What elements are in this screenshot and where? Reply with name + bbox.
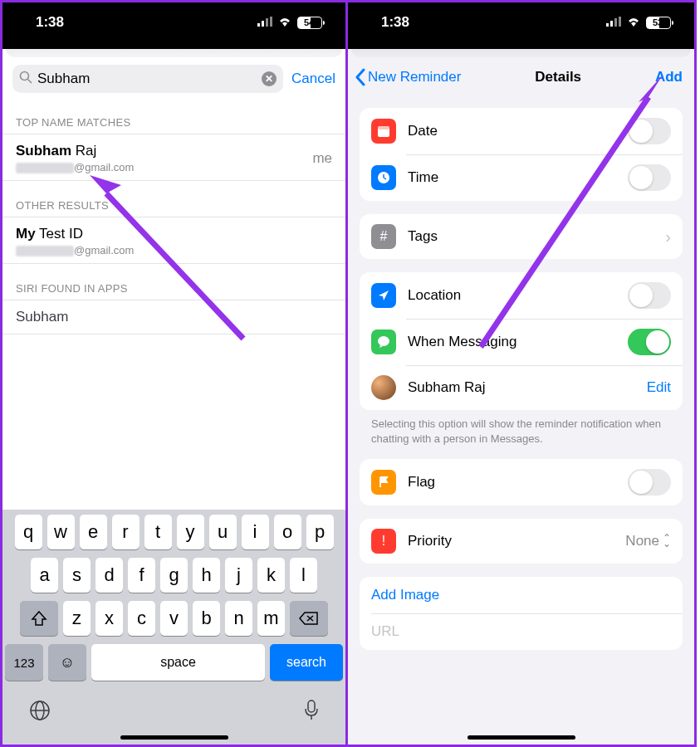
svg-rect-0 bbox=[257, 23, 260, 27]
cellular-icon bbox=[606, 16, 621, 29]
key-p[interactable]: p bbox=[306, 515, 334, 549]
key-i[interactable]: i bbox=[242, 515, 269, 549]
cell-messaging[interactable]: When Messaging bbox=[360, 319, 683, 365]
hash-icon: # bbox=[371, 224, 396, 249]
calendar-icon bbox=[371, 119, 396, 144]
key-g[interactable]: g bbox=[160, 558, 188, 593]
key-o[interactable]: o bbox=[274, 515, 301, 549]
siri-result-row[interactable]: Subham bbox=[2, 300, 345, 334]
cell-date[interactable]: Date bbox=[360, 108, 683, 154]
key-j[interactable]: j bbox=[225, 558, 252, 593]
search-box[interactable]: ✕ bbox=[12, 65, 283, 93]
key-l[interactable]: l bbox=[290, 558, 317, 593]
svg-rect-15 bbox=[606, 23, 609, 27]
search-key[interactable]: search bbox=[270, 644, 343, 681]
mic-icon[interactable] bbox=[303, 699, 320, 727]
key-q[interactable]: q bbox=[15, 515, 42, 549]
date-toggle[interactable] bbox=[628, 118, 671, 144]
cell-time[interactable]: Time bbox=[360, 154, 683, 201]
cell-tags[interactable]: # Tags › bbox=[360, 214, 683, 259]
location-icon bbox=[371, 283, 396, 308]
location-toggle[interactable] bbox=[628, 282, 671, 309]
section-other-results: OTHER RESULTS bbox=[2, 181, 345, 217]
key-s[interactable]: s bbox=[63, 558, 91, 593]
cell-flag[interactable]: Flag bbox=[360, 459, 683, 505]
back-button[interactable]: New Reminder bbox=[355, 68, 461, 86]
contact-name: Subham Raj bbox=[16, 143, 134, 159]
key-r[interactable]: r bbox=[112, 515, 140, 549]
cell-url[interactable]: URL bbox=[360, 613, 683, 650]
group-priority: ! Priority None ⌃⌄ bbox=[360, 519, 683, 564]
numeric-key[interactable]: 123 bbox=[5, 644, 43, 681]
key-m[interactable]: m bbox=[257, 601, 285, 636]
search-icon bbox=[19, 71, 32, 87]
home-indicator[interactable] bbox=[120, 735, 228, 740]
status-indicators: 53 bbox=[606, 16, 671, 29]
page-title: Details bbox=[535, 69, 581, 85]
key-t[interactable]: t bbox=[144, 515, 172, 549]
group-location-messaging: Location When Messaging Subham Raj Edit bbox=[360, 272, 683, 410]
edit-button[interactable]: Edit bbox=[647, 379, 671, 396]
cellular-icon bbox=[257, 16, 272, 29]
key-d[interactable]: d bbox=[95, 558, 123, 593]
navbar: New Reminder Details Add bbox=[348, 60, 694, 95]
battery-indicator: 53 bbox=[646, 17, 671, 29]
clear-search-icon[interactable]: ✕ bbox=[262, 71, 277, 86]
time-toggle[interactable] bbox=[628, 164, 671, 191]
shift-key[interactable] bbox=[20, 601, 58, 636]
key-a[interactable]: a bbox=[31, 558, 58, 593]
cell-priority[interactable]: ! Priority None ⌃⌄ bbox=[360, 519, 683, 564]
updown-icon: ⌃⌄ bbox=[663, 535, 671, 547]
clock-icon bbox=[371, 165, 396, 190]
cancel-button[interactable]: Cancel bbox=[291, 71, 335, 87]
key-x[interactable]: x bbox=[95, 601, 123, 636]
priority-icon: ! bbox=[371, 529, 396, 554]
globe-icon[interactable] bbox=[28, 699, 51, 727]
sheet-backdrop bbox=[6, 49, 342, 57]
key-u[interactable]: u bbox=[209, 515, 237, 549]
contact-row-other[interactable]: My Test ID @gmail.com bbox=[2, 217, 345, 264]
wifi-icon bbox=[277, 16, 292, 29]
flag-icon bbox=[371, 470, 396, 495]
priority-value: None ⌃⌄ bbox=[625, 533, 671, 549]
group-datetime: Date Time bbox=[360, 108, 683, 201]
key-v[interactable]: v bbox=[160, 601, 188, 636]
contact-row-subham[interactable]: Subham Raj @gmail.com me bbox=[2, 134, 345, 181]
svg-rect-1 bbox=[262, 21, 264, 27]
group-tags: # Tags › bbox=[360, 214, 683, 259]
cell-location[interactable]: Location bbox=[360, 272, 683, 319]
group-flag: Flag bbox=[360, 459, 683, 505]
status-bar: 1:38 54 bbox=[2, 2, 345, 49]
keyboard-footer bbox=[5, 689, 343, 732]
key-y[interactable]: y bbox=[177, 515, 204, 549]
cell-contact[interactable]: Subham Raj Edit bbox=[360, 365, 683, 410]
key-k[interactable]: k bbox=[257, 558, 285, 593]
emoji-key[interactable]: ☺ bbox=[48, 644, 86, 681]
delete-key[interactable] bbox=[290, 601, 328, 636]
key-z[interactable]: z bbox=[63, 601, 91, 636]
key-w[interactable]: w bbox=[47, 515, 75, 549]
space-key[interactable]: space bbox=[91, 644, 265, 681]
wifi-icon bbox=[626, 16, 641, 29]
key-h[interactable]: h bbox=[193, 558, 220, 593]
key-n[interactable]: n bbox=[225, 601, 252, 636]
key-c[interactable]: c bbox=[128, 601, 155, 636]
status-time: 1:38 bbox=[36, 14, 64, 31]
flag-toggle[interactable] bbox=[628, 469, 671, 496]
battery-indicator: 54 bbox=[297, 17, 322, 29]
add-button[interactable]: Add bbox=[655, 69, 683, 85]
home-indicator[interactable] bbox=[467, 735, 575, 740]
chevron-left-icon bbox=[355, 68, 366, 86]
svg-rect-18 bbox=[619, 17, 621, 27]
key-e[interactable]: e bbox=[80, 515, 107, 549]
key-b[interactable]: b bbox=[193, 601, 220, 636]
svg-line-5 bbox=[28, 80, 32, 84]
contact-email: @gmail.com bbox=[16, 161, 134, 173]
me-tag: me bbox=[312, 150, 332, 167]
cell-add-image[interactable]: Add Image bbox=[360, 577, 683, 613]
contact-email: @gmail.com bbox=[16, 244, 134, 256]
key-f[interactable]: f bbox=[128, 558, 155, 593]
search-input[interactable] bbox=[37, 71, 257, 87]
svg-point-4 bbox=[21, 72, 29, 81]
messaging-toggle[interactable] bbox=[628, 329, 671, 355]
